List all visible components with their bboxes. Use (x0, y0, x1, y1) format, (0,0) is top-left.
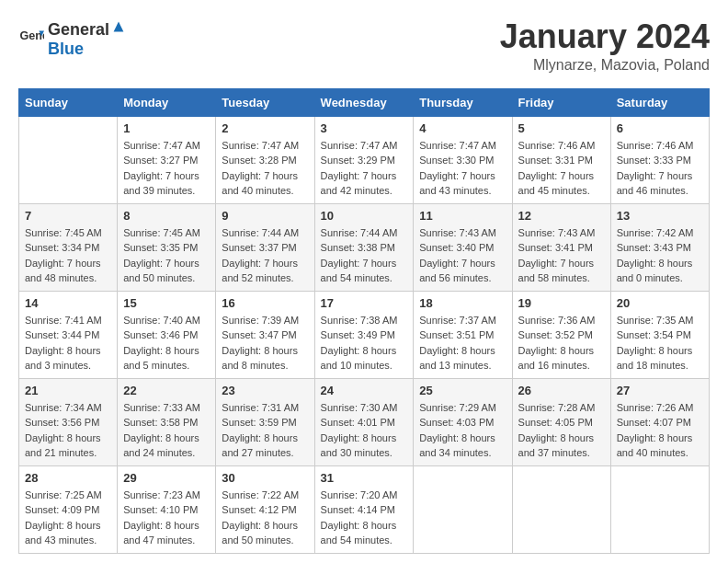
day-info: Sunrise: 7:44 AMSunset: 3:37 PMDaylight:… (222, 225, 308, 286)
day-number: 12 (518, 209, 605, 223)
day-cell: 12Sunrise: 7:43 AMSunset: 3:41 PMDayligh… (512, 203, 610, 291)
day-info-line: Sunset: 3:58 PM (123, 417, 198, 428)
day-info-line: and 10 minutes. (321, 360, 392, 371)
day-number: 18 (419, 296, 506, 310)
day-info-line: Sunset: 4:14 PM (321, 504, 395, 515)
day-info-line: Daylight: 8 hours (123, 345, 199, 356)
day-cell: 22Sunrise: 7:33 AMSunset: 3:58 PMDayligh… (118, 378, 216, 465)
day-info-line: Daylight: 8 hours (25, 345, 101, 356)
day-info-line: Sunset: 3:59 PM (222, 417, 296, 428)
day-number: 14 (25, 296, 111, 310)
week-row-4: 21Sunrise: 7:34 AMSunset: 3:56 PMDayligh… (19, 378, 710, 465)
day-cell: 28Sunrise: 7:25 AMSunset: 4:09 PMDayligh… (19, 465, 118, 553)
week-row-5: 28Sunrise: 7:25 AMSunset: 4:09 PMDayligh… (19, 465, 710, 553)
day-info-line: Daylight: 7 hours (419, 258, 495, 269)
day-cell: 31Sunrise: 7:20 AMSunset: 4:14 PMDayligh… (314, 465, 414, 553)
day-info: Sunrise: 7:23 AMSunset: 4:10 PMDaylight:… (123, 488, 210, 548)
day-info-line: Sunrise: 7:20 AM (321, 489, 398, 500)
day-info-line: Sunrise: 7:45 AM (123, 227, 200, 238)
day-info-line: Sunset: 3:29 PM (321, 155, 395, 166)
day-info: Sunrise: 7:22 AMSunset: 4:12 PMDaylight:… (222, 488, 308, 548)
day-info-line: Sunset: 3:46 PM (123, 329, 198, 340)
day-info-line: Daylight: 7 hours (123, 170, 199, 181)
day-info-line: Daylight: 8 hours (25, 432, 101, 443)
day-cell: 18Sunrise: 7:37 AMSunset: 3:51 PMDayligh… (414, 291, 512, 378)
day-info: Sunrise: 7:39 AMSunset: 3:47 PMDaylight:… (222, 313, 308, 373)
day-info-line: Sunrise: 7:37 AM (419, 315, 496, 326)
day-cell: 25Sunrise: 7:29 AMSunset: 4:03 PMDayligh… (414, 378, 512, 465)
day-info-line: Daylight: 8 hours (123, 520, 199, 531)
day-info: Sunrise: 7:43 AMSunset: 3:41 PMDaylight:… (518, 225, 605, 286)
day-info: Sunrise: 7:46 AMSunset: 3:31 PMDaylight:… (518, 138, 605, 199)
day-info-line: Sunrise: 7:22 AM (222, 489, 299, 500)
day-info-line: and 54 minutes. (321, 272, 392, 283)
day-cell: 3Sunrise: 7:47 AMSunset: 3:29 PMDaylight… (314, 116, 414, 203)
day-number: 24 (321, 384, 408, 397)
day-info-line: Daylight: 8 hours (25, 520, 101, 531)
day-info-line: Daylight: 7 hours (617, 170, 693, 181)
day-info: Sunrise: 7:25 AMSunset: 4:09 PMDaylight:… (25, 488, 111, 548)
day-info: Sunrise: 7:45 AMSunset: 3:34 PMDaylight:… (25, 225, 111, 286)
weekday-header-tuesday: Tuesday (216, 88, 314, 116)
day-info-line: Sunrise: 7:44 AM (222, 227, 299, 238)
weekday-header-friday: Friday (512, 88, 610, 116)
day-info-line: and 5 minutes. (123, 360, 189, 371)
week-row-3: 14Sunrise: 7:41 AMSunset: 3:44 PMDayligh… (19, 291, 710, 378)
weekday-header-monday: Monday (118, 88, 216, 116)
day-info-line: Sunrise: 7:43 AM (419, 227, 496, 238)
day-info-line: and 45 minutes. (518, 185, 590, 196)
location-title: Mlynarze, Mazovia, Poland (500, 57, 710, 74)
day-info: Sunrise: 7:35 AMSunset: 3:54 PMDaylight:… (617, 313, 703, 373)
day-cell (414, 465, 512, 553)
day-info-line: Sunrise: 7:25 AM (25, 489, 102, 500)
day-info-line: Sunset: 3:43 PM (617, 242, 691, 253)
day-info-line: Sunrise: 7:29 AM (419, 402, 496, 413)
day-info: Sunrise: 7:44 AMSunset: 3:38 PMDaylight:… (321, 225, 408, 286)
day-info-line: Sunset: 3:49 PM (321, 329, 395, 340)
day-info-line: and 13 minutes. (419, 360, 491, 371)
day-info-line: Daylight: 7 hours (419, 170, 495, 181)
day-number: 19 (518, 296, 605, 310)
day-info-line: and 27 minutes. (222, 447, 293, 458)
day-cell: 6Sunrise: 7:46 AMSunset: 3:33 PMDaylight… (610, 116, 709, 203)
day-info-line: Sunset: 4:05 PM (518, 417, 593, 428)
day-info: Sunrise: 7:43 AMSunset: 3:40 PMDaylight:… (419, 225, 506, 286)
day-info: Sunrise: 7:30 AMSunset: 4:01 PMDaylight:… (321, 400, 408, 461)
calendar-table: SundayMondayTuesdayWednesdayThursdayFrid… (18, 88, 710, 554)
day-info-line: Daylight: 8 hours (222, 432, 298, 443)
day-info-line: and 8 minutes. (222, 360, 288, 371)
day-info-line: and 24 minutes. (123, 447, 195, 458)
day-info-line: Sunrise: 7:35 AM (617, 315, 694, 326)
day-cell: 5Sunrise: 7:46 AMSunset: 3:31 PMDaylight… (512, 116, 610, 203)
day-cell: 14Sunrise: 7:41 AMSunset: 3:44 PMDayligh… (19, 291, 118, 378)
day-info-line: Daylight: 8 hours (419, 345, 495, 356)
day-number: 30 (222, 471, 308, 485)
day-info-line: and 37 minutes. (518, 447, 590, 458)
day-info-line: Sunset: 4:10 PM (123, 504, 198, 515)
day-cell: 8Sunrise: 7:45 AMSunset: 3:35 PMDaylight… (118, 203, 216, 291)
day-info: Sunrise: 7:31 AMSunset: 3:59 PMDaylight:… (222, 400, 308, 461)
day-info-line: Daylight: 7 hours (25, 258, 101, 269)
month-title: January 2024 (500, 18, 710, 55)
day-number: 17 (321, 296, 408, 310)
day-number: 4 (419, 121, 506, 135)
day-info-line: Daylight: 7 hours (222, 258, 298, 269)
day-info-line: and 58 minutes. (518, 272, 590, 283)
day-info-line: Daylight: 7 hours (222, 170, 298, 181)
day-number: 29 (123, 471, 210, 485)
day-number: 11 (419, 209, 506, 223)
day-info-line: Sunset: 4:03 PM (419, 417, 494, 428)
day-info-line: Sunset: 3:34 PM (25, 242, 99, 253)
day-info-line: Sunrise: 7:45 AM (25, 227, 102, 238)
day-info-line: Sunrise: 7:47 AM (419, 140, 496, 151)
day-info-line: Sunset: 3:52 PM (518, 329, 593, 340)
day-info-line: Sunset: 3:37 PM (222, 242, 296, 253)
day-info-line: Sunrise: 7:33 AM (123, 402, 200, 413)
day-info: Sunrise: 7:47 AMSunset: 3:29 PMDaylight:… (321, 138, 408, 199)
day-info-line: Daylight: 8 hours (222, 520, 298, 531)
day-info-line: Sunset: 4:09 PM (25, 504, 99, 515)
day-info-line: Sunset: 3:51 PM (419, 329, 494, 340)
day-info-line: Sunset: 3:28 PM (222, 155, 296, 166)
day-info-line: Daylight: 8 hours (123, 432, 199, 443)
day-number: 13 (617, 209, 703, 223)
